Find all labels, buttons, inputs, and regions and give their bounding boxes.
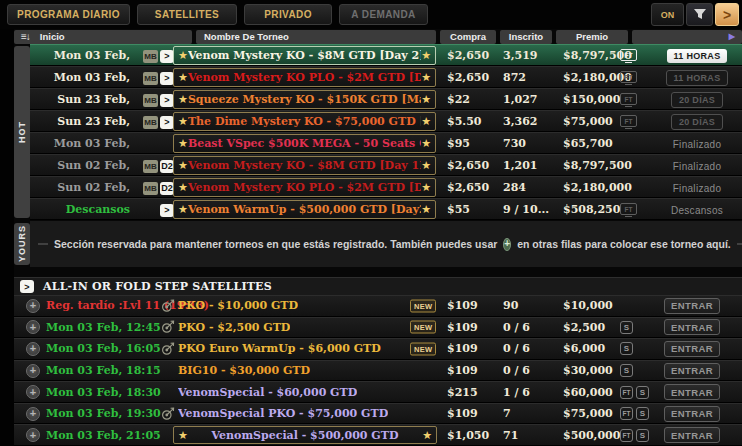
row-badges: MBD2 — [138, 155, 174, 177]
tournament-row[interactable]: Descansos > ★ Venom WarmUp - $500,000 GT… — [30, 198, 742, 220]
tournament-name: VenomSpecial - $500,000 GTD — [188, 429, 422, 442]
tournament-row[interactable]: + Reg. tardío :Lvl 11 (19:13) ★ PKO - $1… — [14, 295, 742, 317]
satellites-section-header[interactable]: > ALL-IN OR FOLD STEP SATELLITES — [14, 277, 742, 295]
favorite-star-icon[interactable]: ★ — [421, 182, 431, 193]
tab-satellites[interactable]: SATELLITES — [137, 4, 237, 25]
tournament-name-box[interactable]: ★ PKO Euro WarmUp - $6,000 GTD ★ — [178, 339, 381, 359]
on-toggle-button[interactable]: ON — [651, 3, 684, 26]
enter-button[interactable]: ENTRAR — [664, 341, 720, 357]
tab-programa-diario[interactable]: PROGRAMA DIARIO — [7, 4, 130, 25]
tournament-row[interactable]: + Mon 03 Feb, 18:15 ★ BIG10 - $30,000 GT… — [14, 360, 742, 382]
tournament-name: BIG10 - $30,000 GTD — [178, 364, 310, 377]
column-header-more[interactable]: ▶ — [632, 30, 742, 44]
column-label: Compra — [450, 30, 486, 44]
enter-button[interactable]: ENTRAR — [664, 363, 720, 379]
tournament-row[interactable]: Sun 23 Feb, 22:05 MB> ★ Squeeze Mystery … — [30, 88, 742, 110]
tournament-row[interactable]: + Mon 03 Feb, 12:45 ★ PKO - $2,500 GTD ★… — [14, 317, 742, 339]
status-cell: Descansos — [656, 199, 738, 221]
tab-privado[interactable]: PRIVADO — [244, 4, 332, 25]
tournament-row[interactable]: + Mon 03 Feb, 16:05 ★ PKO Euro WarmUp - … — [14, 338, 742, 360]
add-to-yours-button[interactable]: + — [26, 428, 40, 442]
tab-a-demanda[interactable]: A DEMANDA — [339, 4, 428, 25]
yours-message: Sección reservada para mantener torneos … — [54, 238, 497, 250]
tournament-name-box[interactable]: ★ VenomSpecial PKO - $75,000 GTD ★ — [178, 404, 388, 424]
status-cell: 20 DÍAS — [656, 111, 738, 133]
enter-button[interactable]: ENTRAR — [664, 427, 720, 443]
tournament-row[interactable]: + Mon 03 Feb, 19:30 ★ VenomSpecial PKO -… — [14, 403, 742, 425]
favorite-star-icon[interactable]: ★ — [178, 72, 188, 83]
tournament-row[interactable]: + Mon 03 Feb, 21:05 ★ VenomSpecial - $50… — [14, 424, 742, 446]
sort-icon[interactable]: ≡↓ — [21, 30, 30, 44]
tournament-row[interactable]: Sun 02 Feb, 20:05 MBD2 ★ Venom Mystery K… — [30, 176, 742, 198]
favorite-star-icon[interactable]: ★ — [178, 204, 188, 215]
tournament-name-box[interactable]: ★ Squeeze Mystery KO - $150K GTD [Main] … — [173, 90, 436, 109]
favorite-star-icon[interactable]: ★ — [178, 182, 188, 193]
prize-value: $2,180,000 — [563, 177, 641, 199]
funnel-icon — [693, 8, 707, 21]
favorite-star-icon[interactable]: ★ — [178, 116, 188, 127]
yours-message: en otras filas para colocar ese torneo a… — [517, 238, 731, 250]
tournament-name-box[interactable]: ★ Venom Mystery KO PLO - $2M GTD [Day 2]… — [173, 68, 436, 87]
add-to-yours-button[interactable]: + — [26, 299, 40, 313]
enter-button[interactable]: ENTRAR — [664, 406, 720, 422]
expand-panel-button[interactable]: > — [715, 3, 739, 26]
tournament-name-box[interactable]: ★ BIG10 - $30,000 GTD ★ — [178, 361, 310, 381]
enter-button[interactable]: ENTRAR — [664, 298, 720, 314]
target-icon — [161, 342, 175, 356]
tournament-name: PKO - $2,500 GTD — [178, 321, 290, 334]
row-badges — [620, 296, 660, 316]
caret-right-icon[interactable]: ▶ — [729, 30, 735, 44]
add-to-yours-button[interactable]: + — [26, 407, 40, 421]
final-table-icon: FT — [620, 71, 637, 83]
tournament-name-box[interactable]: ★ Venom Mystery KO - $8M GTD [Day 1E] ★ — [173, 156, 436, 175]
tournament-row[interactable]: Mon 03 Feb, 21:05 MB> ★ Venom Mystery KO… — [30, 44, 742, 66]
add-to-yours-button[interactable]: + — [26, 320, 40, 334]
enter-button[interactable]: ENTRAR — [664, 384, 720, 400]
favorite-star-icon[interactable]: ★ — [178, 160, 188, 171]
add-to-yours-button[interactable]: + — [26, 342, 40, 356]
filter-button[interactable] — [686, 3, 713, 26]
tournament-name-box[interactable]: ★ Beast VSpec $500K MEGA - 50 Seats GTD … — [173, 134, 436, 153]
entrants-value: 3,362 — [503, 111, 559, 133]
hot-tournament-rows: Mon 03 Feb, 21:05 MB> ★ Venom Mystery KO… — [30, 44, 742, 220]
tournament-name-box[interactable]: ★ VenomSpecial - $60,000 GTD ★ — [178, 382, 357, 402]
column-header-nombre[interactable]: Nombre De Torneo — [196, 30, 436, 44]
row-badges: FTS — [620, 404, 660, 424]
tournament-name-box[interactable]: ★ Venom Mystery KO - $8M GTD [Day 2] ★ — [173, 46, 436, 65]
enter-button[interactable]: ENTRAR — [664, 319, 720, 335]
tournament-name-box[interactable]: ★ Venom Mystery KO PLO - $2M GTD [Day 1E… — [173, 178, 436, 197]
column-header-inicio[interactable]: ≡↓ Inicio — [14, 30, 192, 44]
column-header-premio[interactable]: Premio — [556, 30, 628, 44]
row-badges: S — [620, 361, 660, 381]
column-header-inscrito[interactable]: Inscrito — [500, 30, 552, 44]
tournament-name-box[interactable]: ★ VenomSpecial - $500,000 GTD ★ — [173, 426, 437, 444]
buyin-value: $22 — [447, 89, 501, 111]
favorite-star-icon[interactable]: ★ — [421, 116, 431, 127]
favorite-star-icon[interactable]: ★ — [178, 430, 188, 441]
tournament-name-box[interactable]: ★ PKO - $10,000 GTD ★ — [178, 296, 298, 316]
buyin-value: $2,650 — [447, 177, 501, 199]
tournament-row[interactable]: Sun 02 Feb, 20:05 MBD2 ★ Venom Mystery K… — [30, 154, 742, 176]
add-to-yours-button[interactable]: + — [26, 385, 40, 399]
favorite-star-icon[interactable]: ★ — [421, 138, 431, 149]
chevron-right-icon[interactable]: > — [20, 280, 34, 293]
tournament-row[interactable]: Sun 23 Feb, 22:05 MB> ★ The Dime Mystery… — [30, 110, 742, 132]
favorite-star-icon[interactable]: ★ — [421, 50, 431, 61]
tournament-row[interactable]: Mon 03 Feb, 21:05 MB> ★ Venom Mystery KO… — [30, 66, 742, 88]
column-header-compra[interactable]: Compra — [440, 30, 496, 44]
add-to-yours-button[interactable]: + — [26, 364, 40, 378]
favorite-star-icon[interactable]: ★ — [178, 138, 188, 149]
tournament-name-box[interactable]: ★ The Dime Mystery KO - $75,000 GTD [Mai… — [173, 112, 436, 131]
tournament-name-box[interactable]: ★ Venom WarmUp - $500,000 GTD [Day2] ★ — [173, 200, 436, 219]
tournament-row[interactable]: Mon 03 Feb, 01:05 ★ Beast VSpec $500K ME… — [30, 132, 742, 154]
favorite-star-icon[interactable]: ★ — [178, 94, 188, 105]
favorite-star-icon[interactable]: ★ — [421, 160, 431, 171]
favorite-star-icon[interactable]: ★ — [421, 94, 431, 105]
favorite-star-icon[interactable]: ★ — [421, 204, 431, 215]
favorite-star-icon[interactable]: ★ — [421, 72, 431, 83]
start-time: Mon 03 Feb, 01:05 — [30, 133, 130, 155]
favorite-star-icon[interactable]: ★ — [422, 430, 432, 441]
tournament-row[interactable]: + Mon 03 Feb, 18:30 ★ VenomSpecial - $60… — [14, 381, 742, 403]
favorite-star-icon[interactable]: ★ — [178, 50, 188, 61]
tournament-name-box[interactable]: ★ PKO - $2,500 GTD ★ — [178, 318, 290, 338]
